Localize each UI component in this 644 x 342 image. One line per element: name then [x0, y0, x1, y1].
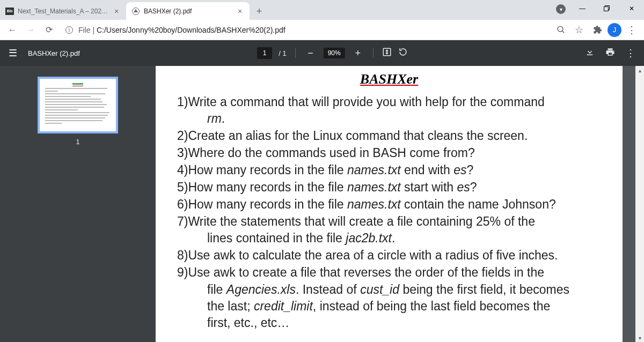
print-icon[interactable]: [605, 47, 615, 60]
scroll-down-icon[interactable]: ▾: [635, 333, 644, 342]
question-8: 8)Use awk to calculate the area of a cir…: [177, 247, 601, 264]
menu-icon[interactable]: ⋮: [624, 22, 640, 38]
bookmark-icon[interactable]: ☆: [571, 22, 587, 38]
svg-rect-1: [604, 7, 609, 11]
question-5: 5)How many records in the file names.txt…: [177, 179, 601, 196]
maximize-button[interactable]: [595, 0, 619, 17]
question-4: 4)How many records in the file names.txt…: [177, 162, 601, 179]
question-3: 3)Where do the commands used in BASH com…: [177, 145, 601, 161]
question-1: 1)Write a command that will provide you …: [177, 94, 601, 127]
question-9: 9)Use awk to create a file that reverses…: [177, 264, 601, 331]
vertical-scrollbar[interactable]: ▴ ▾: [635, 66, 644, 342]
tab-favicon-blackboard: Bb: [5, 7, 14, 16]
fit-to-page-icon[interactable]: [382, 47, 392, 59]
profile-avatar[interactable]: J: [608, 23, 621, 37]
zoom-level[interactable]: 90%: [324, 48, 345, 58]
scroll-up-icon[interactable]: ▴: [635, 66, 644, 75]
url-scheme: File: [78, 26, 91, 34]
zoom-out-button[interactable]: −: [304, 48, 317, 59]
pdf-content-area: 1 BASHXer 1)Write a command that will pr…: [0, 66, 644, 342]
page-number-input[interactable]: 1: [257, 47, 272, 59]
tab-inactive[interactable]: Bb Next_Test_Materials_A – 2021 Sp ×: [0, 2, 126, 20]
toolbar-center: 1 / 1 − 90% +: [80, 47, 585, 59]
minimize-button[interactable]: —: [570, 0, 595, 17]
reload-button[interactable]: ⟳: [41, 22, 57, 38]
svg-point-2: [558, 26, 563, 32]
tab-title: Next_Test_Materials_A – 2021 Sp: [18, 8, 108, 15]
question-7: 7)Write the statements that will create …: [177, 213, 601, 247]
address-bar[interactable]: i File | C:/Users/Jonny%20boy/Downloads/…: [59, 23, 551, 38]
tab-favicon-pdf: [131, 7, 140, 16]
url-path: C:/Users/Jonny%20boy/Downloads/BASHXer%2…: [97, 26, 286, 34]
extensions-icon[interactable]: [589, 22, 605, 38]
separator: [295, 48, 296, 58]
more-icon[interactable]: ⋮: [626, 47, 635, 59]
separator: [373, 48, 374, 58]
page-total: / 1: [279, 49, 286, 57]
back-button[interactable]: ←: [4, 22, 20, 38]
forward-button[interactable]: →: [23, 22, 39, 38]
url-text: File | C:/Users/Jonny%20boy/Downloads/BA…: [78, 26, 544, 34]
document-viewport[interactable]: BASHXer 1)Write a command that will prov…: [156, 66, 644, 342]
svg-line-3: [562, 31, 564, 33]
toolbar-right: ⋮: [585, 47, 635, 60]
restore-icon: [604, 5, 610, 12]
rotate-icon[interactable]: [398, 47, 408, 59]
document-title: BASHXer: [177, 71, 601, 87]
zoom-in-button[interactable]: +: [352, 48, 364, 59]
question-2: 2)Create an alias for the Linux command …: [177, 128, 601, 144]
download-icon[interactable]: [585, 47, 595, 60]
pdf-page: BASHXer 1)Write a command that will prov…: [156, 66, 623, 342]
close-window-button[interactable]: ✕: [619, 0, 644, 17]
hamburger-icon[interactable]: ☰: [9, 47, 17, 59]
chevron-down-icon[interactable]: ▾: [556, 4, 566, 14]
close-icon[interactable]: ×: [236, 7, 244, 16]
browser-tabstrip: Bb Next_Test_Materials_A – 2021 Sp × BAS…: [0, 0, 644, 20]
page-thumbnail[interactable]: [38, 77, 118, 133]
tab-active[interactable]: BASHXer (2).pdf ×: [126, 2, 250, 20]
close-icon[interactable]: ×: [112, 7, 121, 16]
pdf-toolbar: ☰ BASHXer (2).pdf 1 / 1 − 90% + ⋮: [0, 40, 644, 66]
thumbnail-panel: 1: [0, 66, 156, 342]
thumbnail-number: 1: [76, 138, 79, 146]
question-6: 6)How many records in the file names.txt…: [177, 196, 601, 213]
pdf-filename: BASHXer (2).pdf: [28, 49, 80, 57]
search-icon[interactable]: [553, 22, 569, 38]
tab-title: BASHXer (2).pdf: [144, 8, 232, 15]
new-tab-button[interactable]: +: [252, 4, 267, 19]
browser-toolbar: ← → ⟳ i File | C:/Users/Jonny%20boy/Down…: [0, 20, 644, 40]
site-info-icon[interactable]: i: [65, 26, 73, 34]
window-controls: ▾ — ✕: [556, 0, 644, 17]
